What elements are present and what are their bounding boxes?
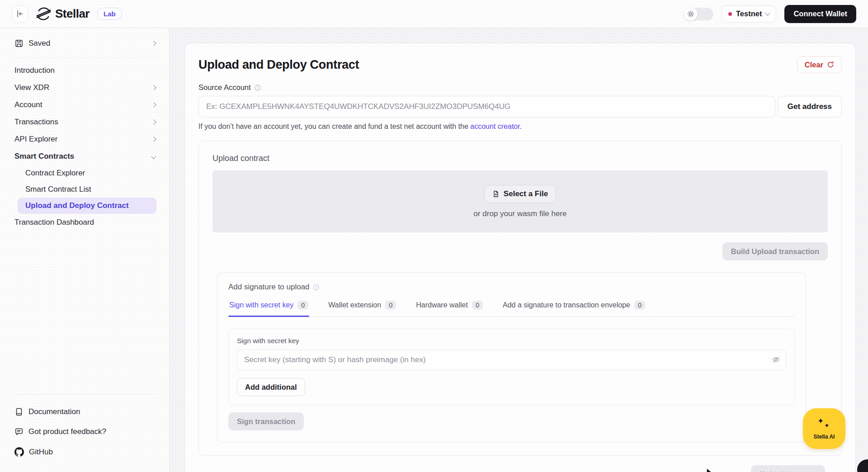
- upload-contract-title: Upload contract: [212, 154, 828, 163]
- sidebar-item-transactions[interactable]: Transactions: [14, 113, 156, 131]
- topbar-actions: Testnet Connect Wallet: [684, 5, 856, 23]
- network-selector[interactable]: Testnet: [722, 5, 776, 23]
- source-account-label: Source Account: [198, 83, 251, 92]
- lab-badge: Lab: [97, 8, 122, 20]
- add-signature-title: Add signature to upload: [228, 283, 310, 292]
- source-account-helper: If you don’t have an account yet, you ca…: [198, 123, 842, 131]
- theme-knob: [684, 7, 698, 21]
- tab-label: Wallet extension: [328, 301, 381, 309]
- tab-hardware-wallet[interactable]: Hardware wallet 0: [415, 300, 484, 316]
- feedback-icon: [14, 427, 24, 436]
- theme-sun-icon: [687, 10, 694, 18]
- sidebar-item-account[interactable]: Account: [14, 96, 156, 113]
- stellar-lab-app: Stellar Lab Testnet Connect: [0, 0, 868, 472]
- source-account-input[interactable]: [198, 96, 775, 118]
- info-icon[interactable]: [254, 84, 261, 91]
- sidebar-item-label: Transactions: [14, 118, 58, 127]
- eye-slash-icon: [772, 355, 780, 364]
- collapse-sidebar-button[interactable]: [12, 5, 28, 23]
- add-additional-button[interactable]: Add additional: [237, 378, 305, 396]
- saved-icon: [14, 39, 24, 48]
- brand-name: Stellar: [55, 7, 90, 21]
- tab-label: Add a signature to transaction envelope: [503, 301, 630, 309]
- sidebar-item-label: Smart Contracts: [14, 152, 74, 161]
- top-bar: Stellar Lab Testnet Connect: [0, 0, 868, 28]
- sidebar-item-label: Contract Explorer: [25, 169, 85, 178]
- wasm-dropzone[interactable]: Select a File or drop your wasm file her…: [212, 170, 828, 232]
- github-icon: [14, 447, 24, 457]
- account-creator-link[interactable]: account creator: [470, 123, 519, 130]
- clear-button-label: Clear: [805, 61, 823, 69]
- sparkle-icon: ✦: [824, 422, 830, 429]
- sidebar-item-label: API Explorer: [14, 135, 57, 144]
- helper-text-prefix: If you don’t have an account yet, you ca…: [198, 123, 470, 130]
- tab-add-signature-envelope[interactable]: Add a signature to transaction envelope …: [502, 300, 646, 316]
- sidebar: Saved Introduction View XDR Account Tran…: [0, 28, 170, 472]
- sign-transaction-button[interactable]: Sign transaction: [228, 412, 304, 430]
- chevron-right-icon: [151, 119, 156, 124]
- sidebar-item-introduction[interactable]: Introduction: [14, 62, 156, 79]
- chevron-right-icon: [151, 41, 156, 46]
- theme-toggle[interactable]: [684, 8, 713, 20]
- page-title: Upload and Deploy Contract: [198, 58, 359, 72]
- tab-label: Hardware wallet: [416, 301, 468, 309]
- sidebar-item-label: Got product feedback?: [28, 427, 106, 436]
- clear-button[interactable]: Clear: [797, 56, 842, 73]
- connect-wallet-button[interactable]: Connect Wallet: [784, 5, 856, 23]
- brand-logo[interactable]: Stellar Lab: [36, 6, 122, 21]
- select-file-button[interactable]: Select a File: [484, 185, 556, 203]
- tab-count-badge: 0: [297, 301, 308, 310]
- clear-refresh-icon: [827, 61, 834, 68]
- sidebar-item-upload-and-deploy-contract[interactable]: Upload and Deploy Contract: [18, 198, 156, 214]
- chevron-down-icon: [765, 10, 770, 15]
- sidebar-item-label: GitHub: [29, 448, 53, 457]
- get-address-button[interactable]: Get address: [778, 96, 842, 118]
- sidebar-divider: [14, 57, 156, 57]
- collapse-sidebar-icon: [16, 10, 24, 18]
- signature-tabs: Sign with secret key 0 Wallet extension …: [228, 300, 795, 317]
- toggle-visibility-button[interactable]: [772, 355, 780, 364]
- sidebar-item-saved[interactable]: Saved: [14, 36, 156, 51]
- tab-wallet-extension[interactable]: Wallet extension 0: [327, 300, 397, 316]
- chevron-down-icon: [151, 154, 156, 159]
- sidebar-item-label: Smart Contract List: [25, 185, 91, 194]
- tab-count-badge: 0: [472, 301, 483, 310]
- info-icon[interactable]: [313, 284, 320, 291]
- upload-contract-button[interactable]: Upload contract: [751, 465, 825, 472]
- stella-ai-button[interactable]: ✦ ✦ Stella AI: [803, 408, 845, 449]
- sidebar-item-api-explorer[interactable]: API Explorer: [14, 131, 156, 148]
- build-upload-transaction-button[interactable]: Build Upload transaction: [722, 242, 828, 260]
- sidebar-item-feedback[interactable]: Got product feedback?: [14, 424, 156, 440]
- sidebar-item-label: Upload and Deploy Contract: [25, 201, 129, 210]
- sidebar-footer: Documentation Got product feedback?: [14, 394, 156, 460]
- network-label: Testnet: [736, 9, 762, 18]
- add-signature-section: Add signature to upload: [217, 272, 806, 443]
- sidebar-item-label: Account: [14, 100, 42, 109]
- sidebar-item-transaction-dashboard[interactable]: Transaction Dashboard: [14, 214, 156, 231]
- body-row: Saved Introduction View XDR Account Tran…: [0, 28, 868, 472]
- secret-key-form: Sign with secret key: [228, 329, 795, 406]
- sidebar-item-label: View XDR: [14, 83, 49, 92]
- sidebar-item-smart-contract-list[interactable]: Smart Contract List: [18, 181, 156, 198]
- chevron-right-icon: [151, 102, 156, 107]
- sidebar-item-smart-contracts[interactable]: Smart Contracts: [14, 148, 156, 165]
- main-area: Upload and Deploy Contract Clear Source …: [170, 28, 868, 472]
- tab-count-badge: 0: [385, 301, 396, 310]
- tab-count-badge: 0: [634, 301, 645, 310]
- sidebar-item-contract-explorer[interactable]: Contract Explorer: [18, 165, 156, 181]
- book-icon: [14, 407, 24, 416]
- sidebar-item-label: Transaction Dashboard: [14, 218, 94, 227]
- tab-sign-with-secret-key[interactable]: Sign with secret key 0: [228, 300, 309, 316]
- stellar-logo-icon: [36, 6, 51, 21]
- secret-key-input[interactable]: [237, 349, 786, 370]
- stella-ai-label: Stella AI: [814, 434, 835, 440]
- sidebar-item-github[interactable]: GitHub: [14, 444, 156, 460]
- sidebar-item-label: Documentation: [28, 407, 80, 416]
- helper-text-suffix: .: [520, 123, 522, 130]
- sparkles-icon: ✦ ✦: [815, 417, 833, 433]
- chevron-right-icon: [151, 85, 156, 90]
- sidebar-item-documentation[interactable]: Documentation: [14, 404, 156, 420]
- sidebar-item-view-xdr[interactable]: View XDR: [14, 79, 156, 96]
- secret-key-label: Sign with secret key: [237, 337, 786, 345]
- file-icon: [492, 190, 500, 198]
